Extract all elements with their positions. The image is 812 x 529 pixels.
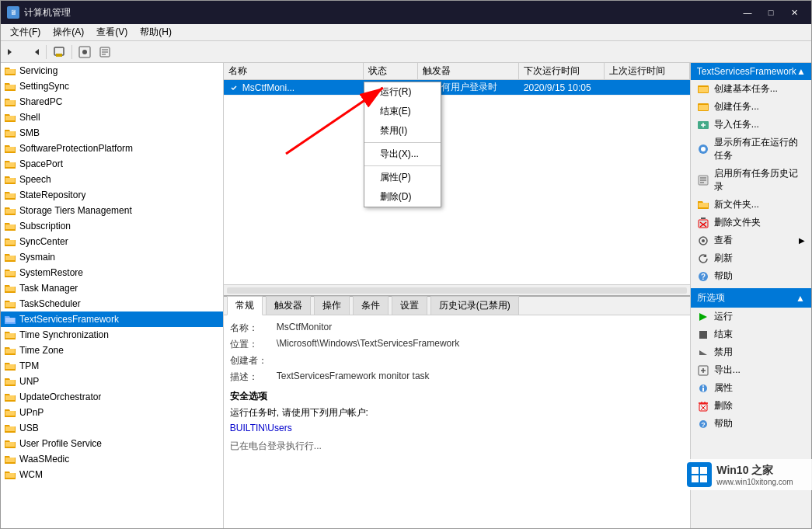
right-action-help-main[interactable]: ? 帮助 (691, 267, 811, 285)
sidebar-item-systemrestore[interactable]: SystemRestore (1, 265, 223, 280)
menu-file[interactable]: 文件(F) (4, 24, 47, 40)
sidebar-item-userprofileservice[interactable]: User Profile Service (1, 436, 223, 451)
tab-general[interactable]: 常规 (227, 296, 263, 315)
sidebar-item-taskmanager[interactable]: Task Manager (1, 280, 223, 296)
sidebar-item-spaceport[interactable]: SpacePort (1, 156, 223, 172)
sidebar-label-taskscheduler: TaskScheduler (19, 298, 81, 309)
sidebar-item-timezone[interactable]: Time Zone (1, 343, 223, 358)
context-menu-delete[interactable]: 删除(D) (364, 187, 441, 207)
minimize-button[interactable]: — (737, 5, 758, 20)
right-action-view[interactable]: 查看 ▶ (691, 231, 811, 249)
right-panel: TextServicesFramework ▲ 创建基本任务... 创建任务..… (690, 63, 811, 528)
col-header-trigger[interactable]: 触发器 (418, 63, 519, 79)
menu-view[interactable]: 查看(V) (90, 24, 134, 40)
context-menu-properties[interactable]: 属性(P) (364, 168, 441, 187)
right-action-end[interactable]: 结束 (691, 325, 811, 343)
right-action-create-task[interactable]: 创建任务... (691, 98, 811, 116)
forward-button[interactable] (24, 44, 43, 61)
right-action-delete-folder[interactable]: 删除文件夹 (691, 214, 811, 231)
sidebar-label-timezone: Time Zone (19, 345, 64, 356)
sidebar-item-servicing[interactable]: Servicing (1, 63, 223, 78)
right-section-main-header[interactable]: TextServicesFramework ▲ (691, 63, 811, 80)
sidebar-item-wcm[interactable]: WCM (1, 467, 223, 482)
sidebar-item-sharedpc[interactable]: SharedPC (1, 94, 223, 110)
sidebar-label-usb: USB (19, 423, 39, 433)
sidebar-item-staterepository[interactable]: StateRepository (1, 187, 223, 203)
tab-triggers[interactable]: 触发器 (266, 296, 311, 315)
menu-help[interactable]: 帮助(H) (134, 24, 178, 40)
watermark: Win10 之家 www.win10xitong.com (690, 459, 811, 490)
title-controls: — □ ✕ (737, 5, 805, 20)
context-menu-disable[interactable]: 禁用(I) (364, 121, 441, 141)
right-action-run-label: 运行 (714, 310, 733, 323)
detail-name-value: MsCtfMonitor (277, 322, 684, 335)
sidebar-item-shell[interactable]: Shell (1, 110, 223, 125)
sidebar-item-speech[interactable]: Speech (1, 172, 223, 187)
right-action-new-folder[interactable]: 新文件夹... (691, 196, 811, 214)
col-header-last-run[interactable]: 上次运行时间 (605, 63, 690, 79)
col-header-next-run[interactable]: 下次运行时间 (519, 63, 605, 79)
svg-point-25 (702, 239, 705, 242)
up-button[interactable] (50, 44, 68, 61)
sidebar-item-storagetiersmanagement[interactable]: Storage Tiers Management (1, 203, 223, 218)
sidebar-label-timesynchronization: Time Synchronization (19, 329, 109, 340)
tab-actions[interactable]: 操作 (314, 296, 350, 315)
sidebar-item-unp[interactable]: UNP (1, 374, 223, 389)
maximize-button[interactable]: □ (760, 5, 782, 20)
svg-point-3 (82, 50, 87, 54)
sidebar-item-textservicesframework[interactable]: TextServicesFramework (1, 311, 223, 327)
right-action-run[interactable]: 运行 (691, 308, 811, 325)
sidebar-item-taskscheduler[interactable]: TaskScheduler (1, 296, 223, 311)
context-menu-separator-2 (364, 165, 441, 166)
properties-button[interactable] (96, 44, 114, 61)
detail-location-label: 位置： (230, 338, 277, 351)
svg-marker-28 (699, 313, 707, 321)
context-menu-end[interactable]: 结束(E) (364, 102, 441, 121)
back-button[interactable] (4, 44, 23, 61)
right-action-properties[interactable]: 属性 (691, 379, 811, 397)
close-button[interactable]: ✕ (783, 5, 805, 20)
context-menu-export[interactable]: 导出(X)... (364, 144, 441, 164)
task-name-cell: MsCtfMoni... (224, 82, 364, 94)
tab-settings[interactable]: 设置 (392, 296, 427, 315)
right-action-help-sub[interactable]: ? 帮助 (691, 415, 811, 433)
right-action-export[interactable]: 导出... (691, 361, 811, 379)
sidebar-item-smb[interactable]: SMB (1, 125, 223, 141)
horizontal-scrollbar[interactable] (224, 284, 690, 295)
col-header-name[interactable]: 名称 (224, 63, 364, 79)
right-action-help-sub-label: 帮助 (714, 417, 733, 430)
sidebar-item-synccenter[interactable]: SyncCenter (1, 234, 223, 249)
sidebar-item-waasmedic[interactable]: WaaSMedic (1, 451, 223, 467)
col-header-status[interactable]: 状态 (364, 63, 418, 79)
right-action-delete[interactable]: 删除 (691, 397, 811, 415)
table-row[interactable]: MsCtfMoni... 准备就绪 当任何用户登录时 2020/9/15 10:… (224, 80, 690, 96)
menu-action[interactable]: 操作(A) (47, 24, 90, 40)
sidebar-label-storagetiersmanagement: Storage Tiers Management (19, 205, 132, 216)
tab-history[interactable]: 历史记录(已禁用) (430, 296, 519, 315)
app-icon: 🖥 (7, 6, 19, 19)
sidebar-label-smb: SMB (19, 127, 40, 138)
right-action-enable-history[interactable]: 启用所有任务历史记录 (691, 165, 811, 196)
sidebar-label-waasmedic: WaaSMedic (19, 454, 69, 465)
right-action-import[interactable]: 导入任务... (691, 116, 811, 134)
right-action-show-running[interactable]: 显示所有正在运行的任务 (691, 134, 811, 165)
sidebar-item-updateorchestrator[interactable]: UpdateOrchestrator (1, 389, 223, 405)
new-folder-icon (697, 199, 709, 211)
tab-conditions[interactable]: 条件 (353, 296, 389, 315)
sidebar-item-tpm[interactable]: TPM (1, 358, 223, 374)
title-bar-left: 🖥 计算机管理 (7, 6, 71, 19)
sidebar-item-sysmain[interactable]: Sysmain (1, 249, 223, 265)
right-action-disable[interactable]: 禁用 (691, 343, 811, 361)
sidebar-item-settingsync[interactable]: SettingSync (1, 78, 223, 94)
context-menu-run[interactable]: 运行(R) (364, 82, 441, 102)
sidebar-item-subscription[interactable]: Subscription (1, 218, 223, 234)
show-running-icon (697, 143, 709, 155)
sidebar-item-usb[interactable]: USB (1, 420, 223, 436)
show-hide-button[interactable] (75, 44, 94, 61)
right-section-sub-header[interactable]: 所选项 ▲ (691, 288, 811, 308)
right-action-refresh[interactable]: 刷新 (691, 249, 811, 267)
sidebar-item-softwareprotection[interactable]: SoftwareProtectionPlatform (1, 141, 223, 156)
sidebar-item-upnp[interactable]: UPnP (1, 405, 223, 420)
sidebar-item-timesynchronization[interactable]: Time Synchronization (1, 327, 223, 343)
right-action-create-basic[interactable]: 创建基本任务... (691, 80, 811, 98)
